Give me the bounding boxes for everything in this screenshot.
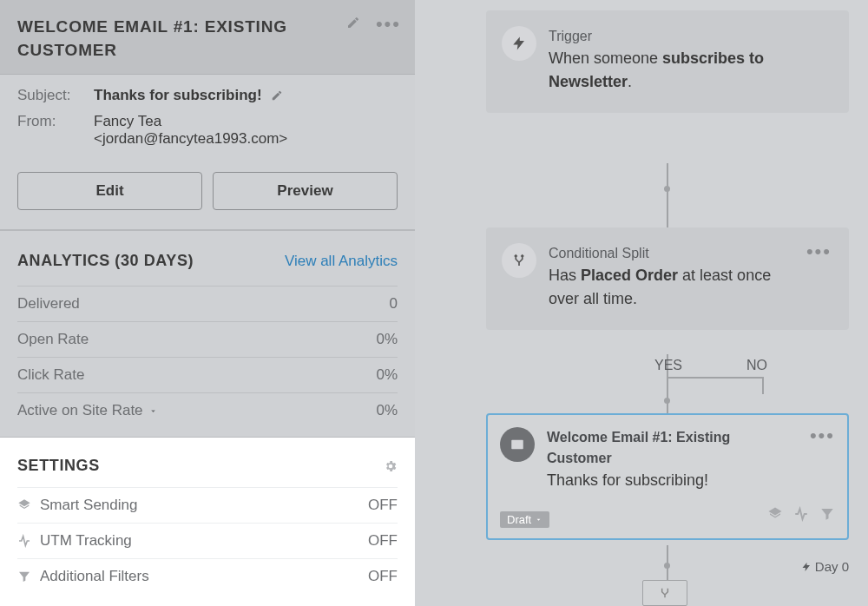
flow-trigger-node[interactable]: Trigger When someone subscribes to Newsl… — [486, 10, 849, 113]
split-icon — [658, 586, 672, 600]
more-icon[interactable]: ••• — [810, 427, 835, 439]
settings-section: SETTINGS Smart Sending OFF UTM Tracking … — [0, 438, 415, 606]
connector-dot — [664, 563, 670, 569]
filter-icon — [17, 570, 31, 583]
setting-utm-tracking[interactable]: UTM Tracking OFF — [17, 523, 398, 558]
node-description: Has Placed Order at least once over all … — [549, 264, 794, 311]
view-all-analytics-link[interactable]: View all Analytics — [285, 253, 398, 270]
status-badge[interactable]: Draft — [500, 511, 549, 528]
split-icon — [502, 243, 536, 278]
analytics-row-value: 0 — [390, 295, 398, 313]
preview-button[interactable]: Preview — [213, 172, 398, 210]
subject-label: Subject: — [17, 87, 94, 104]
connector-dot — [664, 186, 670, 192]
flow-email-node[interactable]: Welcome Email #1: Existing Customer Than… — [486, 413, 849, 540]
more-icon[interactable]: ••• — [376, 16, 401, 30]
pencil-icon[interactable] — [271, 89, 283, 102]
bolt-icon — [801, 562, 812, 572]
node-subject: Thanks for subscribing! — [547, 469, 798, 492]
setting-additional-filters[interactable]: Additional Filters OFF — [17, 558, 398, 594]
node-title: Welcome Email #1: Existing Customer — [547, 427, 798, 469]
day-label: Day 0 — [801, 559, 849, 574]
analytics-row-dropdown[interactable]: Active on Site Rate — [17, 402, 158, 419]
analytics-row-value: 0% — [376, 402, 398, 419]
setting-value: OFF — [368, 497, 398, 514]
branch-no-label: NO — [746, 358, 767, 373]
flow-next-node[interactable] — [642, 580, 687, 606]
branch-yes-label: YES — [654, 358, 682, 373]
chevron-down-icon — [535, 516, 542, 524]
from-label: From: — [17, 113, 94, 148]
layers-icon[interactable] — [767, 506, 783, 522]
activity-icon — [17, 534, 31, 548]
subject-value: Thanks for subscribing! — [94, 87, 262, 104]
mail-icon — [500, 427, 535, 462]
analytics-row-label: Delivered — [17, 295, 80, 313]
connector — [667, 377, 668, 413]
flow-canvas[interactable]: YES NO Trigger When someone subscribes t… — [415, 0, 868, 606]
filter-icon[interactable] — [819, 506, 835, 522]
activity-icon[interactable] — [793, 506, 809, 522]
analytics-row-label: Click Rate — [17, 366, 84, 384]
connector — [667, 377, 764, 379]
setting-smart-sending[interactable]: Smart Sending OFF — [17, 487, 398, 523]
email-card-title: WELCOME EMAIL #1: EXISTING CUSTOMER — [17, 16, 346, 62]
email-card-header: WELCOME EMAIL #1: EXISTING CUSTOMER ••• — [0, 0, 415, 75]
setting-value: OFF — [368, 532, 398, 550]
from-name: Fancy Tea — [94, 113, 398, 130]
node-title: Trigger — [549, 26, 832, 47]
flow-split-node[interactable]: Conditional Split Has Placed Order at le… — [486, 227, 849, 330]
analytics-title: ANALYTICS (30 DAYS) — [17, 252, 194, 270]
chevron-down-icon — [148, 406, 158, 416]
bolt-icon — [502, 26, 536, 61]
node-title: Conditional Split — [549, 243, 794, 264]
edit-button[interactable]: Edit — [17, 172, 202, 210]
connector — [667, 163, 668, 227]
connector-dot — [664, 398, 670, 404]
node-description: When someone subscribes to Newsletter. — [549, 47, 832, 94]
analytics-row-label: Open Rate — [17, 331, 89, 348]
analytics-row-value: 0% — [376, 331, 398, 348]
more-icon[interactable]: ••• — [806, 243, 832, 255]
settings-title: SETTINGS — [17, 457, 100, 475]
gear-icon[interactable] — [384, 459, 398, 473]
pencil-icon[interactable] — [346, 16, 360, 30]
from-email: <jordan@fancytea1993.com> — [94, 130, 398, 148]
connector — [762, 377, 764, 394]
sidebar-panel: WELCOME EMAIL #1: EXISTING CUSTOMER ••• … — [0, 0, 415, 606]
setting-value: OFF — [368, 568, 398, 585]
layers-icon — [17, 498, 31, 512]
email-details: Subject: Thanks for subscribing! From: F… — [0, 75, 415, 172]
analytics-section: ANALYTICS (30 DAYS) View all Analytics D… — [0, 231, 415, 438]
analytics-row-value: 0% — [376, 366, 398, 384]
